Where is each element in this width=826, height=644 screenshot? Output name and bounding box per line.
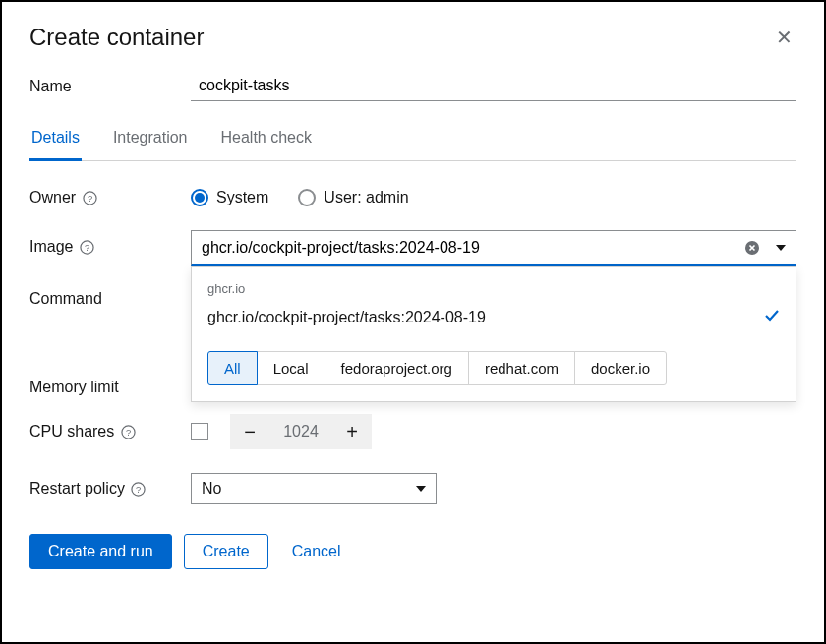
registry-filters: All Local fedoraproject.org redhat.com d…	[192, 335, 796, 385]
cpu-enable-checkbox[interactable]	[191, 423, 208, 440]
tabs: Details Integration Health check	[30, 121, 796, 161]
image-option[interactable]: ghcr.io/cockpit-project/tasks:2024-08-19	[192, 300, 796, 335]
owner-user-radio[interactable]: User: admin	[298, 189, 408, 206]
radio-unselected-icon	[298, 189, 316, 206]
caret-down-icon	[776, 245, 786, 251]
create-button[interactable]: Create	[184, 534, 268, 569]
plus-icon: +	[346, 421, 358, 443]
help-icon[interactable]: ?	[131, 481, 147, 497]
image-combobox[interactable]	[191, 230, 796, 266]
check-icon	[764, 308, 780, 327]
memory-label: Memory limit	[30, 379, 191, 396]
caret-down-icon	[416, 486, 426, 492]
cpu-label: CPU shares ?	[30, 423, 191, 440]
owner-system-radio[interactable]: System	[191, 189, 268, 206]
image-label: Image ?	[30, 230, 191, 256]
cpu-stepper: − +	[230, 414, 372, 449]
radio-selected-icon	[191, 189, 208, 206]
help-icon[interactable]: ?	[120, 424, 136, 439]
tab-details[interactable]: Details	[30, 121, 82, 161]
image-row: Image ? ghcr.io ghcr.io/cockpit-project/…	[30, 230, 796, 266]
cpu-value-input[interactable]	[269, 414, 332, 449]
close-icon: ✕	[776, 27, 793, 48]
help-icon[interactable]: ?	[82, 190, 97, 205]
command-label: Command	[30, 290, 191, 308]
name-label: Name	[30, 78, 191, 95]
dialog-title: Create container	[30, 24, 204, 51]
tab-health-check[interactable]: Health check	[219, 121, 315, 161]
filter-local[interactable]: Local	[257, 351, 325, 385]
clear-image-button[interactable]	[738, 234, 766, 262]
clear-icon	[744, 240, 760, 256]
filter-fedoraproject[interactable]: fedoraproject.org	[324, 351, 469, 385]
restart-row: Restart policy ? No	[30, 473, 796, 504]
svg-text:?: ?	[126, 428, 131, 438]
image-dropdown-toggle[interactable]	[766, 239, 796, 257]
restart-label: Restart policy ?	[30, 480, 191, 498]
help-icon[interactable]: ?	[79, 239, 94, 255]
cpu-decrement-button[interactable]: −	[230, 414, 269, 449]
create-container-dialog: Create container ✕ Name Details Integrat…	[0, 0, 826, 644]
name-row: Name	[30, 71, 796, 101]
filter-all[interactable]: All	[207, 351, 258, 385]
cancel-button[interactable]: Cancel	[280, 535, 353, 568]
minus-icon: −	[244, 421, 256, 443]
dropdown-group-label: ghcr.io	[192, 267, 796, 300]
restart-policy-select[interactable]: No	[191, 473, 437, 504]
filter-docker[interactable]: docker.io	[574, 351, 667, 385]
image-dropdown-panel: ghcr.io ghcr.io/cockpit-project/tasks:20…	[191, 266, 796, 402]
owner-row: Owner ? System User: admin	[30, 189, 796, 206]
dialog-header: Create container ✕	[30, 22, 796, 53]
cpu-increment-button[interactable]: +	[332, 414, 372, 449]
create-and-run-button[interactable]: Create and run	[30, 534, 172, 569]
tab-integration[interactable]: Integration	[111, 121, 190, 161]
dialog-footer: Create and run Create Cancel	[30, 534, 796, 569]
image-input[interactable]	[192, 231, 738, 264]
filter-redhat[interactable]: redhat.com	[468, 351, 575, 385]
owner-label: Owner ?	[30, 189, 191, 206]
svg-text:?: ?	[88, 194, 92, 204]
close-button[interactable]: ✕	[772, 22, 796, 53]
svg-text:?: ?	[85, 243, 89, 253]
name-input[interactable]	[191, 71, 796, 101]
cpu-row: CPU shares ? − +	[30, 414, 796, 449]
svg-text:?: ?	[136, 485, 141, 495]
